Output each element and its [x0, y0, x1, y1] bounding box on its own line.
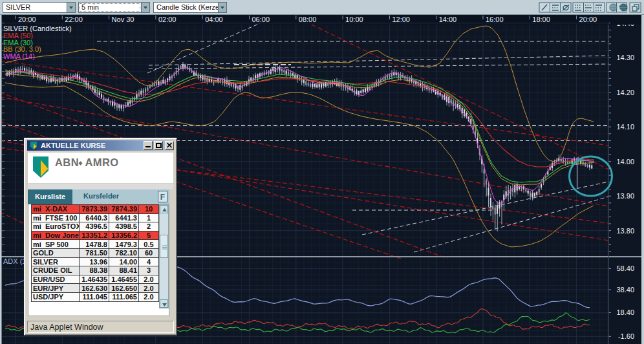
svg-text:-1.60: -1.60 [618, 332, 634, 340]
svg-text:AMRO: AMRO [85, 156, 119, 168]
svg-text:ABN: ABN [55, 156, 79, 168]
svg-text:14.20: 14.20 [616, 89, 634, 96]
svg-text:16:00: 16:00 [486, 16, 504, 23]
svg-text:18:00: 18:00 [532, 16, 550, 23]
svg-text:18.40: 18.40 [616, 308, 634, 316]
svg-text:Nov 30: Nov 30 [112, 16, 134, 23]
svg-text:20:00: 20:00 [579, 16, 597, 23]
svg-text:38.40: 38.40 [616, 286, 634, 294]
svg-text:13.80: 13.80 [616, 227, 634, 235]
svg-text:14:00: 14:00 [439, 16, 457, 23]
svg-text:WMA (14): WMA (14) [3, 52, 35, 60]
svg-text:20:00: 20:00 [18, 16, 36, 23]
svg-text:14.30: 14.30 [616, 54, 634, 61]
svg-text:10:00: 10:00 [345, 16, 363, 23]
svg-text:06:00: 06:00 [252, 16, 270, 23]
svg-text:08:00: 08:00 [299, 16, 317, 23]
svg-text:58.40: 58.40 [616, 264, 634, 272]
svg-text:12:00: 12:00 [392, 16, 410, 23]
svg-text:22:00: 22:00 [65, 16, 83, 23]
svg-text:13.90: 13.90 [616, 192, 634, 200]
svg-text:02:00: 02:00 [158, 16, 177, 23]
svg-text:14.10: 14.10 [616, 123, 634, 131]
svg-text:04:00: 04:00 [205, 16, 223, 23]
svg-text:14.00: 14.00 [616, 158, 634, 166]
